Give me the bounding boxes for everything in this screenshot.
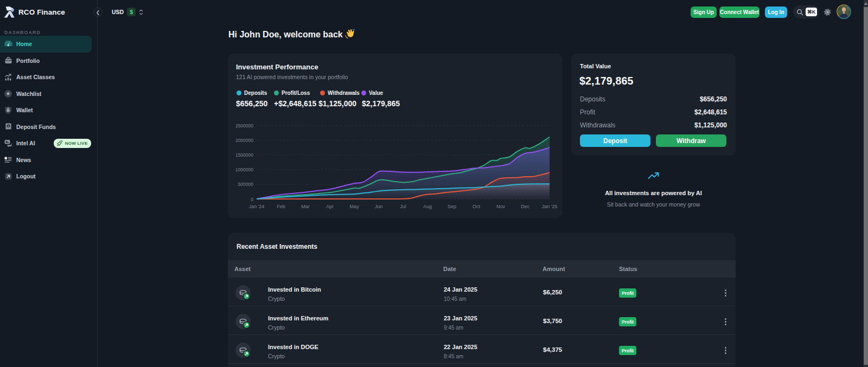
svg-text:Nov: Nov	[496, 204, 506, 209]
svg-text:1500000: 1500000	[235, 152, 253, 158]
svg-text:Oct: Oct	[473, 204, 481, 209]
svg-text:500000: 500000	[238, 182, 254, 187]
svg-text:Jan '24: Jan '24	[249, 204, 265, 209]
svg-text:2500000: 2500000	[235, 123, 253, 128]
svg-text:May: May	[349, 204, 359, 209]
svg-text:Jul: Jul	[400, 204, 406, 209]
svg-text:Jan '25: Jan '25	[542, 204, 558, 209]
svg-text:Jun: Jun	[375, 204, 383, 209]
svg-text:0: 0	[251, 197, 253, 202]
svg-text:Sep: Sep	[448, 204, 456, 209]
svg-text:2000000: 2000000	[235, 138, 253, 143]
svg-text:Apr: Apr	[326, 204, 334, 209]
svg-text:Feb: Feb	[277, 204, 285, 209]
svg-text:Aug: Aug	[423, 204, 432, 209]
svg-text:Dec: Dec	[521, 204, 530, 209]
svg-text:1000000: 1000000	[235, 167, 253, 172]
svg-text:Mar: Mar	[301, 204, 310, 209]
